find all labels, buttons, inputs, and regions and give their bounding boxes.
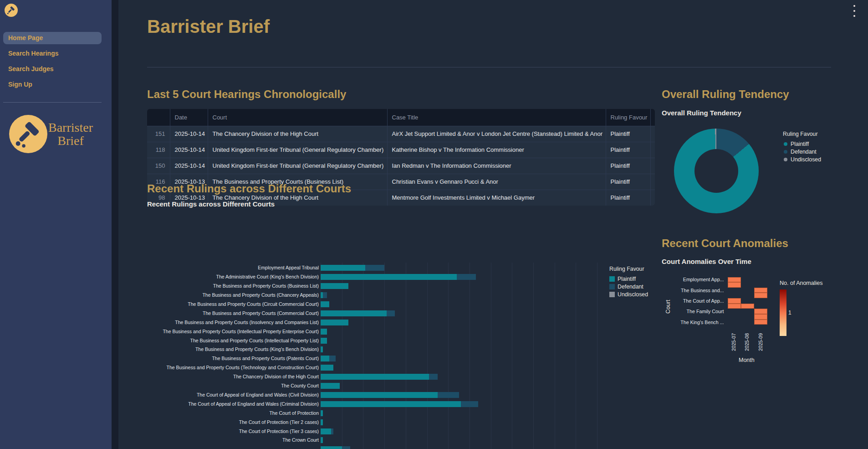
bar-segment-plaintiff[interactable] (321, 365, 333, 371)
bar-segment-defendant[interactable] (461, 401, 478, 407)
sidebar-item-search-hearings[interactable]: Search Hearings (3, 47, 102, 60)
bar-segment-plaintiff[interactable] (321, 283, 348, 289)
bar-category-label: The Business and Property Courts (Intell… (121, 329, 319, 335)
heatmap-cell[interactable] (754, 314, 767, 320)
sidebar-item-home-page[interactable]: Home Page (3, 32, 102, 44)
bar-segment-plaintiff[interactable] (321, 437, 323, 443)
legend-item-defendant[interactable]: Defendant (783, 148, 821, 155)
legend-item-defendant[interactable]: Defendant (609, 283, 648, 290)
bar-segment-plaintiff[interactable] (321, 446, 342, 449)
gridline (342, 263, 342, 449)
table-row[interactable]: 1512025-10-14The Chancery Division of th… (147, 126, 655, 142)
legend-swatch (784, 158, 787, 161)
gavel-icon (14, 120, 42, 148)
gridline (427, 263, 428, 449)
bar-segment-plaintiff[interactable] (321, 401, 461, 407)
heatmap-cell[interactable] (754, 288, 767, 293)
bar-segment-plaintiff[interactable] (321, 419, 323, 425)
bar-segment-plaintiff[interactable] (321, 383, 340, 389)
gridline (384, 263, 385, 449)
column-header-Ruling Favour: Ruling Favour (606, 109, 650, 126)
bar-segment-plaintiff[interactable] (321, 392, 438, 398)
bar-category-label: The Business and Property Courts (Chance… (121, 292, 319, 298)
bar-category-label: The Business and Property Courts (Busine… (121, 283, 319, 289)
column-header-blank (147, 109, 170, 126)
gridline (406, 263, 406, 449)
heatmap-cell[interactable] (728, 304, 741, 309)
app-logo: Barrister Brief (9, 115, 107, 153)
bar-category-label: The Business and Property Courts (Techno… (121, 365, 319, 371)
heatmap-cell[interactable] (741, 304, 754, 309)
heatmap-cell[interactable] (754, 293, 767, 298)
bar-segment-plaintiff[interactable] (321, 410, 323, 416)
bar-category-label: The Court of Protection (Tier 2 cases) (121, 419, 319, 425)
bar-segment-defendant[interactable] (438, 392, 459, 398)
bar-segment-plaintiff[interactable] (321, 301, 329, 307)
legend-swatch (784, 150, 787, 154)
column-header-Court: Court (208, 109, 387, 126)
heatmap-row-label: The Court of App... (665, 298, 724, 304)
bar-segment-plaintiff[interactable] (321, 428, 331, 434)
heatmap-col-label: 2025-08 (744, 327, 750, 351)
legend-item-plaintiff[interactable]: Plaintiff (783, 140, 821, 148)
legend-swatch (609, 292, 615, 297)
bar-category-label: The Business and Property Courts (Insolv… (121, 320, 319, 325)
heatmap-row-label: The King's Bench ... (665, 320, 724, 325)
hearings-table-header: DateCourtCase TitleRuling Favour (147, 109, 655, 126)
bar-category-label: The Court of Appeal of England and Wales… (121, 392, 319, 398)
bar-segment-plaintiff[interactable] (321, 265, 365, 271)
bar-segment-defendant[interactable] (331, 428, 333, 434)
legend-swatch (609, 284, 615, 289)
bar-segment-defendant[interactable] (387, 310, 395, 316)
bar-segment-defendant[interactable] (329, 356, 336, 361)
bar-category-label: The Administrative Court (King's Bench D… (121, 274, 319, 280)
bar-segment-plaintiff[interactable] (321, 356, 329, 361)
bar-category-label: The Business and Property Courts (Patent… (121, 356, 319, 361)
colorbar-title: No. of Anomalies (780, 280, 823, 286)
bar-segment-plaintiff[interactable] (321, 374, 429, 380)
bar-category-label: The Business and Property Courts (King's… (121, 346, 319, 352)
bar-segment-plaintiff[interactable] (321, 346, 323, 352)
heatmap-row-label: The Business and... (665, 288, 724, 293)
bar-segment-defendant[interactable] (429, 374, 438, 380)
sidebar-item-search-judges[interactable]: Search Judges (3, 63, 102, 75)
sidebar-rail (112, 0, 118, 449)
heatmap-cell[interactable] (728, 298, 741, 304)
bar-segment-defendant[interactable] (342, 446, 351, 449)
app-logo-small (5, 4, 18, 17)
legend-title: Ruling Favour (783, 131, 821, 137)
bar-segment-plaintiff[interactable] (321, 320, 348, 325)
logo-line1: Barrister (48, 121, 93, 134)
heatmap-cell[interactable] (728, 277, 741, 283)
sidebar-divider (3, 102, 102, 103)
bar-segment-plaintiff[interactable] (321, 274, 457, 280)
gridline (448, 263, 449, 449)
table-row[interactable]: 1502025-10-14United Kingdom First-tier T… (147, 158, 655, 174)
heatmap-cell[interactable] (754, 320, 767, 325)
table-row[interactable]: 1182025-10-14United Kingdom First-tier T… (147, 142, 655, 158)
rulings-chart-title: Recent Rulings across Different Courts (147, 200, 275, 208)
bar-segment-defendant[interactable] (323, 292, 327, 298)
ruling-tendency-donut[interactable] (674, 129, 759, 213)
bar-segment-plaintiff[interactable] (321, 329, 327, 335)
bar-segment-defendant[interactable] (365, 265, 384, 271)
heatmap-cell[interactable] (728, 282, 741, 288)
rulings-heading: Recent Rulings across Different Courts (147, 182, 351, 195)
heatmap-col-label: 2025-07 (731, 327, 736, 351)
kebab-menu-icon[interactable] (851, 5, 858, 17)
colorbar-tick: 1 (788, 310, 791, 316)
legend-item-undisclosed[interactable]: Undisclosed (609, 290, 648, 298)
bar-segment-plaintiff[interactable] (321, 338, 327, 344)
bar-category-label: The Crown Court (121, 437, 319, 443)
sidebar-item-sign-up[interactable]: Sign Up (3, 78, 102, 91)
bar-category-label: The Court of Appeal of England and Wales… (121, 401, 319, 407)
gridline (576, 263, 576, 449)
legend-item-undisclosed[interactable]: Undisclosed (783, 155, 821, 163)
heatmap-cell[interactable] (754, 309, 767, 314)
legend-swatch (609, 276, 615, 282)
gridline (555, 263, 555, 449)
gridline (470, 263, 470, 449)
bar-segment-plaintiff[interactable] (321, 310, 387, 316)
legend-item-plaintiff[interactable]: Plaintiff (609, 275, 648, 283)
bar-segment-defendant[interactable] (457, 274, 476, 280)
